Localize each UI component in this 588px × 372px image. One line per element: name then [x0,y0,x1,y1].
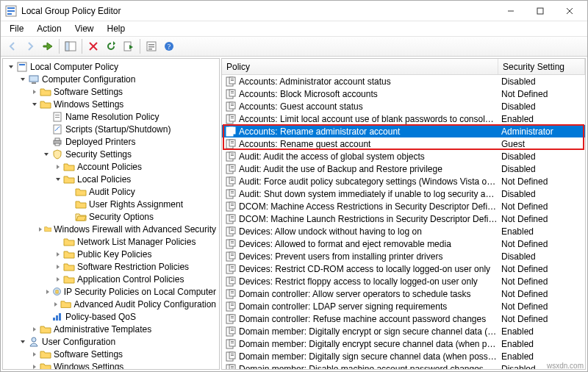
tree-item[interactable]: Name Resolution Policy [3,110,219,123]
tree-item[interactable]: Computer Configuration [3,73,219,85]
policy-row[interactable]: Audit: Audit the access of global system… [222,150,585,162]
tree-item[interactable]: IP Security Policies on Local Computer [3,285,219,298]
export-list-button[interactable] [120,37,137,55]
tree-item[interactable]: Advanced Audit Policy Configuration [3,298,219,310]
policy-row[interactable]: Accounts: Administrator account statusDi… [222,75,585,87]
column-header-security[interactable]: Security Setting [498,59,585,74]
tree-pane[interactable]: Local Computer PolicyComputer Configurat… [2,58,220,370]
expand-icon[interactable] [53,162,63,172]
expand-icon[interactable] [37,224,44,235]
tree-item[interactable]: Network List Manager Policies [3,235,219,248]
collapse-icon[interactable] [18,337,28,347]
collapse-icon[interactable] [29,99,40,110]
user-icon [28,336,40,348]
expand-icon[interactable] [43,287,51,297]
tree-item[interactable]: Security Settings [3,148,219,160]
tree-item[interactable]: Windows Firewall with Advanced Security [3,223,219,235]
policy-row[interactable]: Audit: Audit the use of Backup and Resto… [222,162,585,175]
help-button[interactable]: ? [160,37,178,55]
policy-row[interactable]: Domain controller: LDAP server signing r… [222,300,585,312]
expand-icon[interactable] [53,249,63,260]
delete-button[interactable] [85,37,102,55]
tree-item[interactable]: User Configuration [3,335,219,348]
list-header: Policy Security Setting [222,59,585,75]
policy-row[interactable]: Devices: Restrict CD-ROM access to local… [222,262,585,275]
policy-item-icon [225,263,237,275]
tree-item[interactable]: Scripts (Startup/Shutdown) [3,123,219,135]
policy-row[interactable]: Devices: Restrict floppy access to local… [222,275,585,287]
tree-item-label: User Configuration [42,337,115,347]
show-hide-tree-button[interactable] [62,37,79,55]
menu-file[interactable]: File [4,22,29,35]
menu-view[interactable]: View [69,22,100,35]
folder-icon [63,161,75,173]
security-setting: Enabled [498,226,585,237]
policy-row[interactable]: Audit: Force audit policy subcategory se… [222,175,585,187]
policy-row[interactable]: DCOM: Machine Launch Restrictions in Sec… [222,212,585,225]
tree-item[interactable]: User Rights Assignment [3,198,219,210]
policy-row[interactable]: Audit: Shut down system immediately if u… [222,187,585,200]
forward-button[interactable] [21,37,39,55]
policy-row[interactable]: Accounts: Rename administrator accountAd… [222,125,585,137]
policy-row[interactable]: Devices: Prevent users from installing p… [222,250,585,262]
tree-item[interactable]: Application Control Policies [3,273,219,285]
policy-root-icon [16,61,28,73]
column-header-policy[interactable]: Policy [222,59,498,74]
policy-row[interactable]: Domain member: Disable machine account p… [222,362,585,369]
policy-row[interactable]: Domain member: Digitally sign secure cha… [222,350,585,362]
expand-icon[interactable] [53,262,63,272]
tree-item[interactable]: Security Options [3,210,219,223]
properties-button[interactable] [143,37,160,55]
tree-item[interactable]: Local Computer Policy [3,60,219,73]
up-button[interactable] [39,37,57,55]
policy-row[interactable]: Accounts: Guest account statusDisabled [222,100,585,112]
menu-help[interactable]: Help [101,22,132,35]
list-body[interactable]: Accounts: Administrator account statusDi… [222,75,585,369]
maximize-button[interactable] [526,1,555,21]
minimize-button[interactable] [496,1,526,21]
svg-rect-15 [148,46,154,48]
expand-icon[interactable] [53,274,63,285]
policy-row[interactable]: Accounts: Block Microsoft accountsNot De… [222,87,585,100]
expand-icon[interactable] [29,87,40,97]
expand-icon[interactable] [29,362,40,371]
refresh-button[interactable] [102,37,120,55]
tree-item-label: Security Options [89,212,154,222]
back-button[interactable] [4,37,21,55]
policy-row[interactable]: DCOM: Machine Access Restrictions in Sec… [222,200,585,212]
tree-item[interactable]: Software Settings [3,348,219,360]
policy-row[interactable]: Domain controller: Allow server operator… [222,287,585,300]
expand-icon[interactable] [51,299,60,310]
tree-item[interactable]: Public Key Policies [3,248,219,260]
tree-item[interactable]: Software Settings [3,85,219,98]
policy-row[interactable]: Devices: Allowed to format and eject rem… [222,237,585,250]
close-button[interactable] [555,1,584,21]
tree-item[interactable]: Audit Policy [3,185,219,198]
policy-row[interactable]: Accounts: Rename guest accountGuest [222,137,585,150]
tree-item[interactable]: Windows Settings [3,98,219,110]
svg-rect-98 [231,266,234,267]
policy-row[interactable]: Accounts: Limit local account use of bla… [222,112,585,125]
collapse-icon[interactable] [6,62,16,72]
collapse-icon[interactable] [18,74,28,85]
policy-item-icon [225,126,237,137]
tree-item[interactable]: Local Policies [3,173,219,185]
tree-item[interactable]: Software Restriction Policies [3,260,219,273]
policy-row[interactable]: Devices: Allow undock without having to … [222,225,585,237]
collapse-icon[interactable] [53,174,63,185]
policy-row[interactable]: Domain member: Digitally encrypt secure … [222,337,585,350]
security-setting: Not Defined [498,314,585,324]
tree-item[interactable]: Windows Settings [3,360,219,370]
policy-row[interactable]: Domain controller: Refuse machine accoun… [222,312,585,325]
tree-item[interactable]: Policy-based QoS [3,310,219,323]
menu-action[interactable]: Action [31,22,67,35]
policy-row[interactable]: Domain member: Digitally encrypt or sign… [222,325,585,337]
tree-item[interactable]: Administrative Templates [3,323,219,335]
tree-item[interactable]: Account Policies [3,160,219,173]
expand-icon[interactable] [29,349,40,360]
collapse-icon[interactable] [41,149,51,160]
tree-item[interactable]: Deployed Printers [3,135,219,148]
policy-item-icon [225,176,237,187]
security-setting: Enabled [498,326,585,337]
expand-icon[interactable] [29,324,40,335]
